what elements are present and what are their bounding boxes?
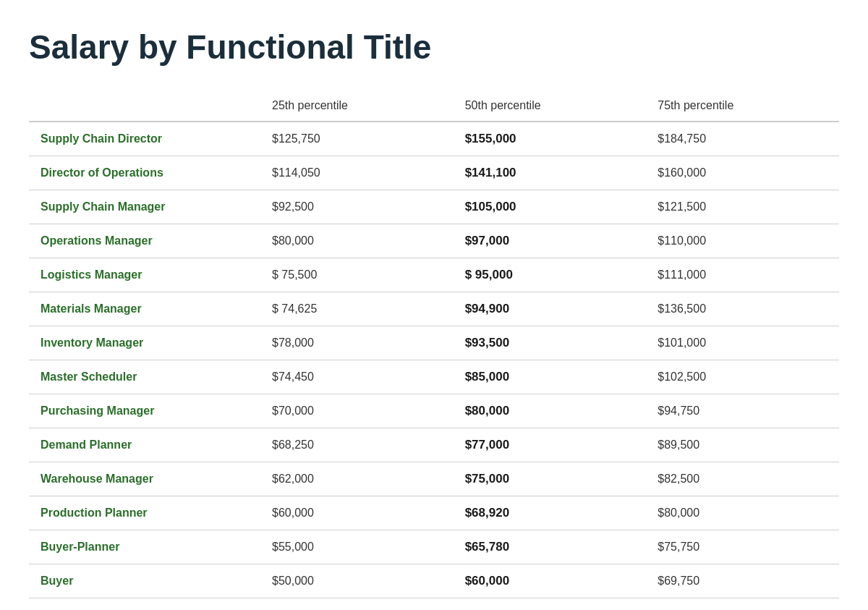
table-row: Warehouse Manager$62,000$75,000$82,500	[29, 462, 839, 496]
table-row: Demand Planner$68,250$77,000$89,500	[29, 428, 839, 462]
table-row: Supply Chain Manager$92,500$105,000$121,…	[29, 190, 839, 224]
salary-table: 25th percentile 50th percentile 75th per…	[29, 92, 839, 598]
cell-p25: $78,000	[260, 326, 454, 360]
cell-p75: $111,000	[646, 258, 839, 292]
cell-title: Demand Planner	[29, 428, 260, 462]
cell-p25: $74,450	[260, 360, 454, 394]
table-row: Inventory Manager$78,000$93,500$101,000	[29, 326, 839, 360]
cell-p25: $80,000	[260, 224, 454, 258]
cell-title: Supply Chain Director	[29, 122, 260, 156]
table-row: Production Planner$60,000$68,920$80,000	[29, 496, 839, 530]
cell-p50: $80,000	[454, 394, 647, 428]
table-row: Supply Chain Director$125,750$155,000$18…	[29, 122, 839, 156]
cell-p50: $68,920	[454, 496, 647, 530]
cell-p50: $94,900	[454, 292, 647, 326]
cell-p50: $155,000	[454, 122, 647, 156]
cell-p50: $65,780	[454, 530, 647, 564]
cell-p25: $60,000	[260, 496, 454, 530]
cell-p25: $70,000	[260, 394, 454, 428]
cell-p25: $68,250	[260, 428, 454, 462]
table-row: Buyer-Planner$55,000$65,780$75,750	[29, 530, 839, 564]
cell-title: Materials Manager	[29, 292, 260, 326]
cell-p75: $69,750	[646, 564, 839, 598]
col-header-p50: 50th percentile	[454, 92, 647, 122]
cell-p50: $97,000	[454, 224, 647, 258]
cell-p50: $ 95,000	[454, 258, 647, 292]
cell-p50: $60,000	[454, 564, 647, 598]
cell-p50: $141,100	[454, 156, 647, 190]
table-row: Buyer$50,000$60,000$69,750	[29, 564, 839, 598]
cell-p75: $121,500	[646, 190, 839, 224]
cell-p75: $89,500	[646, 428, 839, 462]
table-row: Operations Manager$80,000$97,000$110,000	[29, 224, 839, 258]
cell-p75: $75,750	[646, 530, 839, 564]
table-row: Purchasing Manager$70,000$80,000$94,750	[29, 394, 839, 428]
cell-title: Warehouse Manager	[29, 462, 260, 496]
cell-p75: $136,500	[646, 292, 839, 326]
cell-p75: $80,000	[646, 496, 839, 530]
cell-p25: $114,050	[260, 156, 454, 190]
cell-p75: $82,500	[646, 462, 839, 496]
cell-p25: $92,500	[260, 190, 454, 224]
table-row: Director of Operations$114,050$141,100$1…	[29, 156, 839, 190]
cell-title: Production Planner	[29, 496, 260, 530]
cell-p50: $77,000	[454, 428, 647, 462]
cell-p75: $110,000	[646, 224, 839, 258]
cell-title: Operations Manager	[29, 224, 260, 258]
cell-p75: $101,000	[646, 326, 839, 360]
cell-title: Director of Operations	[29, 156, 260, 190]
cell-p75: $94,750	[646, 394, 839, 428]
cell-title: Purchasing Manager	[29, 394, 260, 428]
col-header-p25: 25th percentile	[260, 92, 454, 122]
cell-title: Inventory Manager	[29, 326, 260, 360]
cell-p50: $93,500	[454, 326, 647, 360]
cell-p75: $160,000	[646, 156, 839, 190]
cell-p50: $105,000	[454, 190, 647, 224]
page-title: Salary by Functional Title	[29, 29, 839, 66]
cell-p25: $50,000	[260, 564, 454, 598]
cell-p50: $85,000	[454, 360, 647, 394]
cell-p25: $ 75,500	[260, 258, 454, 292]
cell-p25: $125,750	[260, 122, 454, 156]
cell-title: Buyer	[29, 564, 260, 598]
cell-p25: $55,000	[260, 530, 454, 564]
table-row: Materials Manager$ 74,625$94,900$136,500	[29, 292, 839, 326]
cell-title: Logistics Manager	[29, 258, 260, 292]
table-row: Master Scheduler$74,450$85,000$102,500	[29, 360, 839, 394]
table-row: Logistics Manager$ 75,500$ 95,000$111,00…	[29, 258, 839, 292]
cell-p25: $62,000	[260, 462, 454, 496]
cell-title: Master Scheduler	[29, 360, 260, 394]
cell-title: Buyer-Planner	[29, 530, 260, 564]
col-header-p75: 75th percentile	[646, 92, 839, 122]
cell-p75: $102,500	[646, 360, 839, 394]
cell-title: Supply Chain Manager	[29, 190, 260, 224]
cell-p75: $184,750	[646, 122, 839, 156]
cell-p50: $75,000	[454, 462, 647, 496]
cell-p25: $ 74,625	[260, 292, 454, 326]
col-header-title	[29, 92, 260, 122]
